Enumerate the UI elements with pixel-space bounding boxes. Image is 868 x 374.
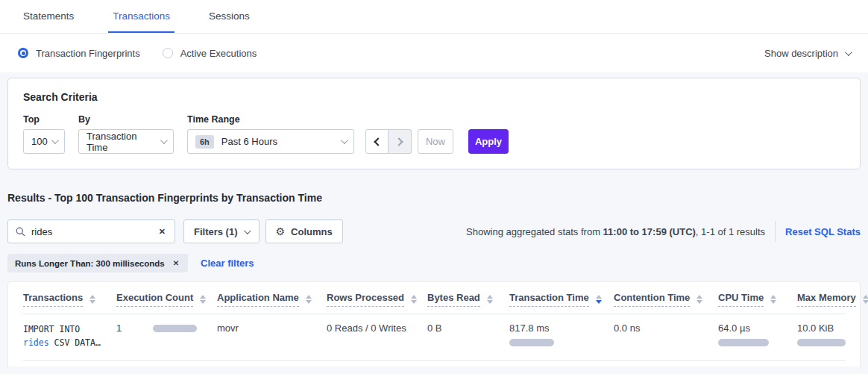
col-header-contention-time: Contention Time [614,292,690,307]
search-box[interactable]: ✕ [7,219,175,243]
transaction-fingerprint-cell[interactable]: IMPORT INTO rides CSV DATA… [23,322,112,350]
radio-active-executions[interactable]: Active Executions [163,48,257,59]
col-header-bytes-read: Bytes Read [427,292,480,307]
bytes-read-cell: 0 B [427,322,442,334]
sort-icon[interactable] [411,295,417,304]
view-toggle-bar: Transaction Fingerprints Active Executio… [0,34,868,72]
time-range-badge: 6h [195,135,214,149]
apply-button[interactable]: Apply [468,129,509,154]
top-select-value: 100 [31,136,48,147]
columns-button[interactable]: ⚙ Columns [265,219,343,243]
transactions-table: Transactions Execution Count Application… [23,282,845,361]
chevron-left-icon [374,137,382,146]
show-description-toggle[interactable]: Show description [764,48,850,59]
application-name-cell: movr [217,322,239,334]
cpu-time-bar [718,339,769,346]
sort-icon[interactable] [696,295,702,304]
next-time-window-button[interactable] [389,129,412,154]
time-window-arrows [365,129,412,154]
search-icon [16,227,25,237]
rows-processed-cell: 0 Reads / 0 Writes [327,322,406,334]
radio-unselected-icon [163,48,173,58]
table-header-row: Transactions Execution Count Application… [23,282,845,314]
tab-transactions[interactable]: Transactions [108,0,174,33]
execution-count-cell: 1 [116,322,213,334]
top-select[interactable]: 100 [23,129,65,154]
col-header-transactions: Transactions [23,292,83,307]
vertical-divider [775,221,776,242]
clear-search-icon[interactable]: ✕ [157,227,167,237]
transaction-rides-link[interactable]: rides [23,337,49,348]
filter-chip-row: Runs Longer Than: 300 milliseconds ✕ Cle… [7,254,861,272]
max-memory-cell: 10.0 KiB [797,322,840,346]
top-field: Top 100 [23,114,65,154]
col-header-rows-processed: Rows Processed [327,292,404,307]
max-memory-bar [797,339,846,346]
filters-button-label: Filters (1) [194,226,238,237]
sort-icon[interactable] [89,295,95,304]
results-toolbar: ✕ Filters (1) ⚙ Columns Showing aggregat… [7,219,861,243]
time-range-select[interactable]: 6h Past 6 Hours [187,129,354,154]
contention-time-cell: 0.0 ns [614,322,640,334]
transaction-time-cell: 817.8 ms [509,322,609,346]
sort-icon[interactable] [770,295,776,304]
by-field: By Transaction Time [78,114,174,154]
radio-selected-icon [18,48,28,58]
transactions-page: Statements Transactions Sessions Transac… [0,0,868,374]
chevron-down-icon [160,137,168,144]
top-label: Top [23,114,65,125]
tab-sessions[interactable]: Sessions [204,0,254,33]
sort-icon[interactable] [200,295,206,304]
col-header-execution-count: Execution Count [116,292,193,307]
filter-chip[interactable]: Runs Longer Than: 300 milliseconds ✕ [7,254,188,272]
results-table-card: Transactions Execution Count Application… [7,281,861,367]
now-button[interactable]: Now [418,129,453,154]
sort-icon-active-desc[interactable] [596,295,602,304]
search-criteria-card: Search Criteria Top 100 By Transaction T… [7,78,861,169]
col-header-transaction-time: Transaction Time [509,292,589,307]
cpu-time-cell: 64.0 µs [718,322,793,346]
radio-label: Active Executions [180,48,257,59]
sort-icon[interactable] [487,295,493,304]
radio-transaction-fingerprints[interactable]: Transaction Fingerprints [18,48,140,59]
columns-button-label: Columns [291,226,333,237]
clear-filters-link[interactable]: Clear filters [201,258,254,269]
time-range-field: Time Range 6h Past 6 Hours [187,114,354,154]
sort-icon[interactable] [306,295,312,304]
table-row[interactable]: IMPORT INTO rides CSV DATA… 1 movr 0 Rea… [23,314,845,361]
show-description-label: Show description [764,48,838,59]
chevron-down-icon [51,137,59,144]
col-header-cpu-time: CPU Time [718,292,764,307]
col-header-max-memory: Max Memory [797,292,856,307]
aggregated-stats-text: Showing aggregated stats from 11:00 to 1… [466,226,765,237]
chevron-down-icon [845,49,852,56]
by-select[interactable]: Transaction Time [78,129,174,154]
search-input[interactable] [31,226,157,237]
chevron-down-icon [243,227,251,234]
top-tab-bar: Statements Transactions Sessions [0,0,868,34]
gear-icon: ⚙ [276,225,286,237]
time-range-value: Past 6 Hours [221,136,277,147]
remove-filter-icon[interactable]: ✕ [172,259,180,267]
radio-label: Transaction Fingerprints [36,48,140,59]
transaction-time-bar [509,339,554,346]
execution-count-bar [153,325,197,332]
reset-sql-stats-link[interactable]: Reset SQL Stats [785,226,861,237]
results-heading: Results - Top 100 Transaction Fingerprin… [7,192,861,204]
col-header-application-name: Application Name [217,292,299,307]
by-select-value: Transaction Time [87,131,160,153]
by-label: By [78,114,174,125]
sort-icon[interactable] [863,295,868,304]
previous-time-window-button[interactable] [365,129,389,154]
tab-statements[interactable]: Statements [19,0,78,33]
filters-button[interactable]: Filters (1) [183,219,260,243]
filter-chip-label: Runs Longer Than: 300 milliseconds [15,259,165,268]
chevron-right-icon [394,137,403,146]
search-criteria-title: Search Criteria [23,91,845,103]
time-range-label: Time Range [187,114,354,125]
chevron-down-icon [341,137,348,144]
stats-time-range: 11:00 to 17:59 (UTC) [603,226,696,237]
